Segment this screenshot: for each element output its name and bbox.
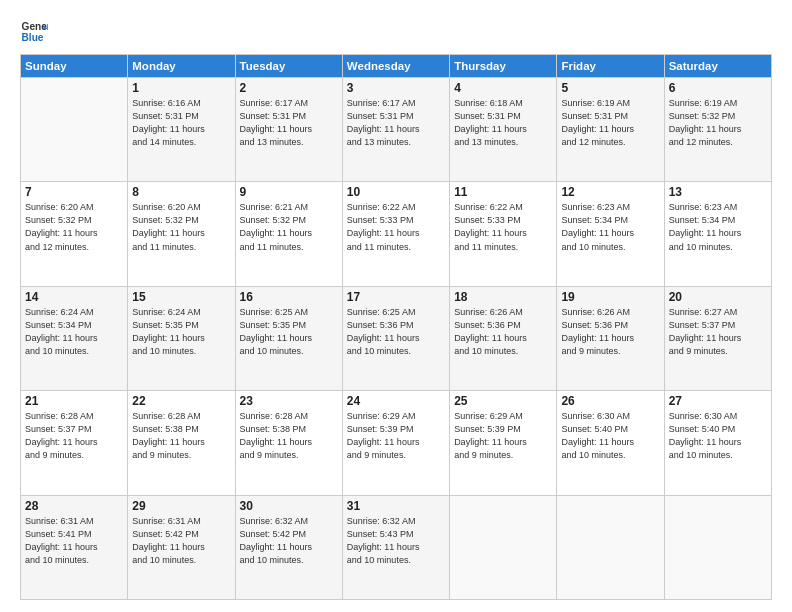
day-info: Sunrise: 6:31 AMSunset: 5:41 PMDaylight:… [25, 515, 123, 567]
logo: General Blue [20, 18, 48, 46]
day-number: 23 [240, 394, 338, 408]
day-cell: 26Sunrise: 6:30 AMSunset: 5:40 PMDayligh… [557, 391, 664, 495]
day-info: Sunrise: 6:19 AMSunset: 5:32 PMDaylight:… [669, 97, 767, 149]
day-info: Sunrise: 6:19 AMSunset: 5:31 PMDaylight:… [561, 97, 659, 149]
day-cell: 29Sunrise: 6:31 AMSunset: 5:42 PMDayligh… [128, 495, 235, 599]
day-cell: 27Sunrise: 6:30 AMSunset: 5:40 PMDayligh… [664, 391, 771, 495]
day-number: 15 [132, 290, 230, 304]
day-cell: 2Sunrise: 6:17 AMSunset: 5:31 PMDaylight… [235, 78, 342, 182]
day-number: 26 [561, 394, 659, 408]
day-cell: 20Sunrise: 6:27 AMSunset: 5:37 PMDayligh… [664, 286, 771, 390]
header: General Blue [20, 18, 772, 46]
day-info: Sunrise: 6:16 AMSunset: 5:31 PMDaylight:… [132, 97, 230, 149]
day-info: Sunrise: 6:22 AMSunset: 5:33 PMDaylight:… [454, 201, 552, 253]
day-info: Sunrise: 6:23 AMSunset: 5:34 PMDaylight:… [561, 201, 659, 253]
day-cell: 18Sunrise: 6:26 AMSunset: 5:36 PMDayligh… [450, 286, 557, 390]
day-number: 19 [561, 290, 659, 304]
day-cell: 6Sunrise: 6:19 AMSunset: 5:32 PMDaylight… [664, 78, 771, 182]
day-number: 28 [25, 499, 123, 513]
week-row-1: 1Sunrise: 6:16 AMSunset: 5:31 PMDaylight… [21, 78, 772, 182]
week-row-2: 7Sunrise: 6:20 AMSunset: 5:32 PMDaylight… [21, 182, 772, 286]
day-info: Sunrise: 6:32 AMSunset: 5:42 PMDaylight:… [240, 515, 338, 567]
calendar-table: SundayMondayTuesdayWednesdayThursdayFrid… [20, 54, 772, 600]
day-cell: 13Sunrise: 6:23 AMSunset: 5:34 PMDayligh… [664, 182, 771, 286]
day-info: Sunrise: 6:21 AMSunset: 5:32 PMDaylight:… [240, 201, 338, 253]
day-info: Sunrise: 6:26 AMSunset: 5:36 PMDaylight:… [454, 306, 552, 358]
weekday-header-sunday: Sunday [21, 55, 128, 78]
day-number: 20 [669, 290, 767, 304]
day-cell: 1Sunrise: 6:16 AMSunset: 5:31 PMDaylight… [128, 78, 235, 182]
day-info: Sunrise: 6:17 AMSunset: 5:31 PMDaylight:… [240, 97, 338, 149]
day-cell: 16Sunrise: 6:25 AMSunset: 5:35 PMDayligh… [235, 286, 342, 390]
day-cell: 21Sunrise: 6:28 AMSunset: 5:37 PMDayligh… [21, 391, 128, 495]
day-info: Sunrise: 6:29 AMSunset: 5:39 PMDaylight:… [454, 410, 552, 462]
weekday-header-monday: Monday [128, 55, 235, 78]
day-number: 9 [240, 185, 338, 199]
day-number: 7 [25, 185, 123, 199]
day-info: Sunrise: 6:28 AMSunset: 5:38 PMDaylight:… [240, 410, 338, 462]
day-cell: 9Sunrise: 6:21 AMSunset: 5:32 PMDaylight… [235, 182, 342, 286]
day-number: 10 [347, 185, 445, 199]
day-number: 24 [347, 394, 445, 408]
week-row-4: 21Sunrise: 6:28 AMSunset: 5:37 PMDayligh… [21, 391, 772, 495]
day-cell: 23Sunrise: 6:28 AMSunset: 5:38 PMDayligh… [235, 391, 342, 495]
day-number: 31 [347, 499, 445, 513]
weekday-header-row: SundayMondayTuesdayWednesdayThursdayFrid… [21, 55, 772, 78]
day-cell: 8Sunrise: 6:20 AMSunset: 5:32 PMDaylight… [128, 182, 235, 286]
day-number: 27 [669, 394, 767, 408]
logo-icon: General Blue [20, 18, 48, 46]
day-number: 13 [669, 185, 767, 199]
day-info: Sunrise: 6:20 AMSunset: 5:32 PMDaylight:… [132, 201, 230, 253]
day-number: 22 [132, 394, 230, 408]
weekday-header-friday: Friday [557, 55, 664, 78]
day-number: 8 [132, 185, 230, 199]
day-cell: 14Sunrise: 6:24 AMSunset: 5:34 PMDayligh… [21, 286, 128, 390]
day-cell: 7Sunrise: 6:20 AMSunset: 5:32 PMDaylight… [21, 182, 128, 286]
day-info: Sunrise: 6:25 AMSunset: 5:35 PMDaylight:… [240, 306, 338, 358]
day-cell: 10Sunrise: 6:22 AMSunset: 5:33 PMDayligh… [342, 182, 449, 286]
page: General Blue SundayMondayTuesdayWednesda… [0, 0, 792, 612]
week-row-5: 28Sunrise: 6:31 AMSunset: 5:41 PMDayligh… [21, 495, 772, 599]
day-number: 11 [454, 185, 552, 199]
day-info: Sunrise: 6:28 AMSunset: 5:37 PMDaylight:… [25, 410, 123, 462]
weekday-header-thursday: Thursday [450, 55, 557, 78]
day-number: 3 [347, 81, 445, 95]
day-number: 12 [561, 185, 659, 199]
day-cell [664, 495, 771, 599]
day-info: Sunrise: 6:24 AMSunset: 5:35 PMDaylight:… [132, 306, 230, 358]
day-cell: 30Sunrise: 6:32 AMSunset: 5:42 PMDayligh… [235, 495, 342, 599]
day-number: 17 [347, 290, 445, 304]
day-number: 18 [454, 290, 552, 304]
day-cell: 11Sunrise: 6:22 AMSunset: 5:33 PMDayligh… [450, 182, 557, 286]
day-cell [450, 495, 557, 599]
day-cell: 17Sunrise: 6:25 AMSunset: 5:36 PMDayligh… [342, 286, 449, 390]
day-info: Sunrise: 6:20 AMSunset: 5:32 PMDaylight:… [25, 201, 123, 253]
day-cell: 25Sunrise: 6:29 AMSunset: 5:39 PMDayligh… [450, 391, 557, 495]
day-info: Sunrise: 6:30 AMSunset: 5:40 PMDaylight:… [669, 410, 767, 462]
day-info: Sunrise: 6:27 AMSunset: 5:37 PMDaylight:… [669, 306, 767, 358]
day-info: Sunrise: 6:29 AMSunset: 5:39 PMDaylight:… [347, 410, 445, 462]
day-cell: 31Sunrise: 6:32 AMSunset: 5:43 PMDayligh… [342, 495, 449, 599]
day-info: Sunrise: 6:32 AMSunset: 5:43 PMDaylight:… [347, 515, 445, 567]
day-number: 4 [454, 81, 552, 95]
week-row-3: 14Sunrise: 6:24 AMSunset: 5:34 PMDayligh… [21, 286, 772, 390]
day-info: Sunrise: 6:22 AMSunset: 5:33 PMDaylight:… [347, 201, 445, 253]
day-cell: 12Sunrise: 6:23 AMSunset: 5:34 PMDayligh… [557, 182, 664, 286]
day-info: Sunrise: 6:23 AMSunset: 5:34 PMDaylight:… [669, 201, 767, 253]
day-cell: 5Sunrise: 6:19 AMSunset: 5:31 PMDaylight… [557, 78, 664, 182]
day-info: Sunrise: 6:24 AMSunset: 5:34 PMDaylight:… [25, 306, 123, 358]
day-number: 1 [132, 81, 230, 95]
day-number: 25 [454, 394, 552, 408]
day-info: Sunrise: 6:25 AMSunset: 5:36 PMDaylight:… [347, 306, 445, 358]
day-cell [557, 495, 664, 599]
weekday-header-saturday: Saturday [664, 55, 771, 78]
day-number: 6 [669, 81, 767, 95]
day-info: Sunrise: 6:18 AMSunset: 5:31 PMDaylight:… [454, 97, 552, 149]
day-cell: 4Sunrise: 6:18 AMSunset: 5:31 PMDaylight… [450, 78, 557, 182]
day-info: Sunrise: 6:31 AMSunset: 5:42 PMDaylight:… [132, 515, 230, 567]
day-info: Sunrise: 6:26 AMSunset: 5:36 PMDaylight:… [561, 306, 659, 358]
day-number: 16 [240, 290, 338, 304]
svg-text:Blue: Blue [22, 32, 44, 43]
day-number: 5 [561, 81, 659, 95]
day-number: 21 [25, 394, 123, 408]
